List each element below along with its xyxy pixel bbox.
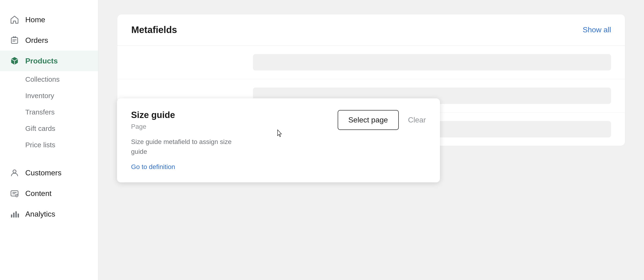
products-icon bbox=[9, 56, 20, 66]
sidebar-item-transfers-label: Transfers bbox=[25, 108, 55, 116]
sidebar-item-price-lists-label: Price lists bbox=[25, 141, 55, 149]
sidebar-item-products[interactable]: Products bbox=[0, 50, 98, 71]
sidebar-item-gift-cards[interactable]: Gift cards bbox=[0, 120, 98, 137]
sidebar-item-collections-label: Collections bbox=[25, 76, 60, 83]
sidebar-item-inventory-label: Inventory bbox=[25, 92, 54, 100]
select-page-button[interactable]: Select page bbox=[338, 110, 399, 130]
sidebar-item-orders-label: Orders bbox=[25, 36, 48, 45]
sidebar-item-customers-label: Customers bbox=[25, 168, 62, 177]
content-icon bbox=[9, 188, 20, 198]
svg-rect-5 bbox=[13, 212, 14, 218]
sidebar-item-products-label: Products bbox=[25, 57, 58, 65]
sidebar-item-inventory[interactable]: Inventory bbox=[0, 88, 98, 104]
metafields-title: Metafields bbox=[131, 24, 177, 35]
sidebar-item-price-lists[interactable]: Price lists bbox=[0, 137, 98, 153]
sidebar-item-transfers[interactable]: Transfers bbox=[0, 104, 98, 120]
sidebar: Home Orders Products Collections Invento… bbox=[0, 0, 98, 280]
show-all-link[interactable]: Show all bbox=[583, 26, 611, 34]
svg-point-1 bbox=[13, 170, 16, 173]
analytics-icon bbox=[9, 209, 20, 219]
tooltip-card: Size guide Page Size guide metafield to … bbox=[117, 98, 440, 182]
svg-rect-7 bbox=[18, 214, 19, 218]
svg-rect-0 bbox=[12, 38, 18, 44]
metafield-row-1 bbox=[117, 46, 625, 79]
tooltip-info: Size guide Page Size guide metafield to … bbox=[131, 110, 324, 171]
metafield-placeholder-1 bbox=[253, 54, 611, 70]
sidebar-item-analytics-label: Analytics bbox=[25, 210, 55, 218]
tooltip-title: Size guide bbox=[131, 110, 324, 120]
sidebar-item-content-label: Content bbox=[25, 189, 52, 198]
clear-button[interactable]: Clear bbox=[408, 116, 426, 124]
tooltip-main-row: Size guide Page Size guide metafield to … bbox=[131, 110, 426, 171]
sidebar-item-orders[interactable]: Orders bbox=[0, 30, 98, 50]
home-icon bbox=[9, 14, 20, 25]
svg-rect-4 bbox=[11, 214, 12, 218]
orders-icon bbox=[9, 35, 20, 46]
sidebar-item-home-label: Home bbox=[25, 16, 45, 24]
main-content: Metafields Show all Size guide bbox=[98, 0, 644, 280]
sidebar-item-gift-cards-label: Gift cards bbox=[25, 124, 55, 132]
sidebar-item-content[interactable]: Content bbox=[0, 183, 98, 204]
customers-icon bbox=[9, 168, 20, 178]
metafield-right-1 bbox=[253, 54, 611, 70]
tooltip-type: Page bbox=[131, 123, 324, 130]
tooltip-description: Size guide metafield to assign size guid… bbox=[131, 137, 248, 156]
sidebar-item-customers[interactable]: Customers bbox=[0, 162, 98, 183]
sidebar-item-collections[interactable]: Collections bbox=[0, 71, 98, 88]
metafields-header: Metafields Show all bbox=[117, 14, 625, 46]
go-to-definition-link[interactable]: Go to definition bbox=[131, 163, 175, 170]
svg-rect-6 bbox=[16, 212, 17, 218]
tooltip-actions: Select page Clear bbox=[338, 110, 426, 130]
sidebar-item-home[interactable]: Home bbox=[0, 9, 98, 30]
sidebar-item-analytics[interactable]: Analytics bbox=[0, 204, 98, 224]
